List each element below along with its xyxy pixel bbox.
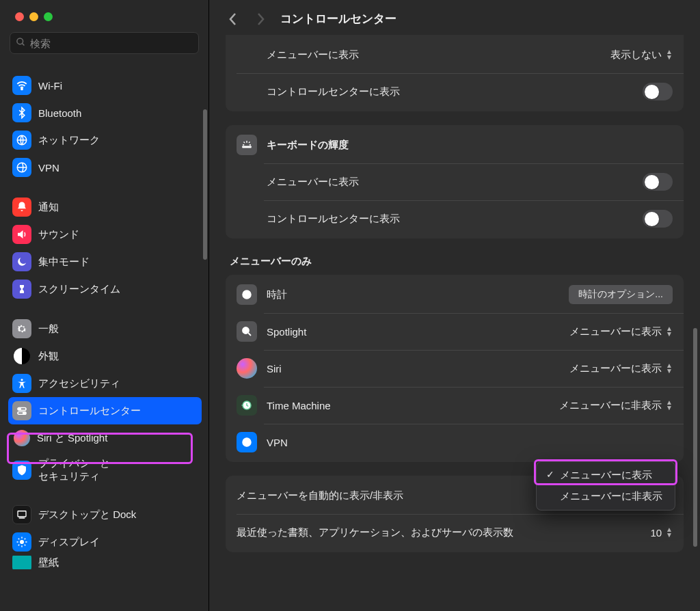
tm-dropdown[interactable]: メニューバーに非表示 ▲▼ xyxy=(559,399,673,412)
main-header: コントロールセンター xyxy=(209,0,700,35)
display-icon xyxy=(12,532,31,552)
svg-point-0 xyxy=(17,38,23,44)
focus-icon xyxy=(12,252,31,271)
sidebar-item-privacy[interactable]: プライバシーと セキュリティ xyxy=(8,452,202,489)
search-box[interactable] xyxy=(10,32,199,54)
sidebar-item-bluetooth[interactable]: Bluetooth xyxy=(8,99,202,126)
row-menubar-show: メニューバーに表示 表示しない ▲▼ xyxy=(226,36,684,73)
sidebar-item-notifications[interactable]: 通知 xyxy=(8,193,202,221)
siri-icon xyxy=(237,358,257,379)
spacer-icon xyxy=(237,208,257,229)
sidebar-label: Bluetooth xyxy=(38,107,81,119)
svg-point-14 xyxy=(243,327,249,334)
keyboard-brightness-icon xyxy=(237,135,257,155)
chevron-updown-icon: ▲▼ xyxy=(666,527,673,538)
sidebar-scrollbar[interactable] xyxy=(203,109,207,260)
fullscreen-window-button[interactable] xyxy=(44,12,53,21)
desktop-icon xyxy=(12,505,31,524)
toggle-cc-show[interactable] xyxy=(643,83,673,100)
spacer-icon xyxy=(237,81,257,102)
toggle-kb-cc[interactable] xyxy=(643,210,673,228)
spotlight-dropdown[interactable]: メニューバーに表示 ▲▼ xyxy=(569,325,673,338)
sidebar-item-appearance[interactable]: 外観 xyxy=(8,342,202,370)
chevron-updown-icon: ▲▼ xyxy=(666,49,673,60)
sidebar-item-desktop-dock[interactable]: デスクトップと Dock xyxy=(8,501,202,528)
dropdown-value: メニューバーに表示 xyxy=(569,362,662,375)
forward-button[interactable] xyxy=(253,12,268,27)
sidebar-item-wallpaper[interactable]: 壁紙 xyxy=(8,556,202,569)
menu-item-label: メニューバーに非表示 xyxy=(560,490,662,502)
main-scrollbar[interactable] xyxy=(693,328,697,547)
check-icon: ✓ xyxy=(546,469,554,480)
siri-dropdown[interactable]: メニューバーに表示 ▲▼ xyxy=(569,362,673,375)
main-content: コントロールセンター メニューバーに表示 表示しない ▲▼ コントロールセンター… xyxy=(209,0,700,611)
svg-point-11 xyxy=(20,540,24,544)
sidebar-item-accessibility[interactable]: アクセシビリティ xyxy=(8,370,202,397)
row-cc-show: コントロールセンターに表示 xyxy=(226,73,684,110)
clock-icon xyxy=(237,284,257,305)
row-label: キーボードの輝度 xyxy=(267,139,673,152)
appearance-icon xyxy=(14,348,30,364)
network-icon xyxy=(12,131,31,150)
sidebar-item-vpn[interactable]: VPN xyxy=(8,154,202,181)
menu-item-show-in-menubar[interactable]: ✓ メニューバーに表示 xyxy=(539,465,672,486)
notifications-icon xyxy=(12,198,31,217)
sidebar-label: ネットワーク xyxy=(38,134,100,147)
card-menubar-only: 時計 時計のオプション... Spotlight メニューバーに表示 ▲▼ Si… xyxy=(226,275,684,462)
row-spotlight: Spotlight メニューバーに表示 ▲▼ xyxy=(226,313,684,350)
menu-item-label: メニューバーに表示 xyxy=(560,469,652,480)
sidebar-item-screentime[interactable]: スクリーンタイム xyxy=(8,275,202,303)
sidebar-item-siri-spotlight[interactable]: Siri と Spotlight xyxy=(8,424,202,452)
sidebar-item-focus[interactable]: 集中モード xyxy=(8,248,202,275)
dropdown-value: メニューバーに非表示 xyxy=(559,399,662,412)
recent-count-dropdown[interactable]: 10 ▲▼ xyxy=(650,527,673,539)
row-label: 時計 xyxy=(267,288,559,301)
sidebar-item-wifi[interactable]: Wi-Fi xyxy=(8,72,202,99)
sidebar-item-sound[interactable]: サウンド xyxy=(8,221,202,248)
menu-item-hide-in-menubar[interactable]: メニューバーに非表示 xyxy=(539,486,672,507)
row-label: コントロールセンターに表示 xyxy=(267,85,633,98)
row-label: メニューバーに表示 xyxy=(267,176,633,189)
row-label: コントロールセンターに表示 xyxy=(267,213,633,226)
sidebar-label: 一般 xyxy=(38,323,59,336)
row-label: Siri xyxy=(267,363,560,375)
sidebar-label: サウンド xyxy=(38,228,79,241)
screentime-icon xyxy=(12,280,31,299)
sidebar-label: プライバシーと セキュリティ xyxy=(38,457,110,483)
toggle-kb-menubar[interactable] xyxy=(643,173,673,191)
svg-point-1 xyxy=(21,88,23,90)
chevron-updown-icon: ▲▼ xyxy=(666,363,673,374)
vpn-icon xyxy=(12,158,31,177)
svg-rect-9 xyxy=(18,511,26,517)
sidebar-label: デスクトップと Dock xyxy=(38,508,136,521)
sidebar-item-control-center[interactable]: コントロールセンター xyxy=(8,397,202,424)
minimize-window-button[interactable] xyxy=(29,12,38,21)
privacy-icon xyxy=(12,461,31,480)
row-label: メニューバーに表示 xyxy=(267,49,601,62)
search-input[interactable] xyxy=(30,38,193,49)
dropdown-value: 10 xyxy=(650,527,662,539)
clock-options-button[interactable]: 時計のオプション... xyxy=(569,285,673,304)
sidebar-label: Siri と Spotlight xyxy=(37,432,107,445)
sound-icon xyxy=(12,225,31,244)
sidebar-label: ディスプレイ xyxy=(38,536,100,549)
svg-point-4 xyxy=(21,379,23,381)
vpn-icon xyxy=(237,432,257,452)
dropdown-show-option[interactable]: 表示しない ▲▼ xyxy=(610,49,673,62)
close-window-button[interactable] xyxy=(15,12,24,21)
sidebar-label: スクリーンタイム xyxy=(38,283,120,296)
control-center-icon xyxy=(12,401,31,420)
back-button[interactable] xyxy=(226,12,241,27)
sidebar-item-display[interactable]: ディスプレイ xyxy=(8,528,202,556)
sidebar-item-network[interactable]: ネットワーク xyxy=(8,126,202,154)
sidebar-item-general[interactable]: 一般 xyxy=(8,315,202,342)
section-title-menubar-only: メニューバーのみ xyxy=(226,252,684,275)
svg-rect-10 xyxy=(19,517,25,519)
sidebar-label: 集中モード xyxy=(38,256,90,269)
sidebar-label: 外観 xyxy=(38,350,59,363)
row-siri: Siri メニューバーに表示 ▲▼ xyxy=(226,350,684,387)
accessibility-icon xyxy=(12,374,31,393)
window-controls xyxy=(0,0,208,32)
wifi-icon xyxy=(12,76,31,95)
spacer-icon xyxy=(237,44,257,65)
